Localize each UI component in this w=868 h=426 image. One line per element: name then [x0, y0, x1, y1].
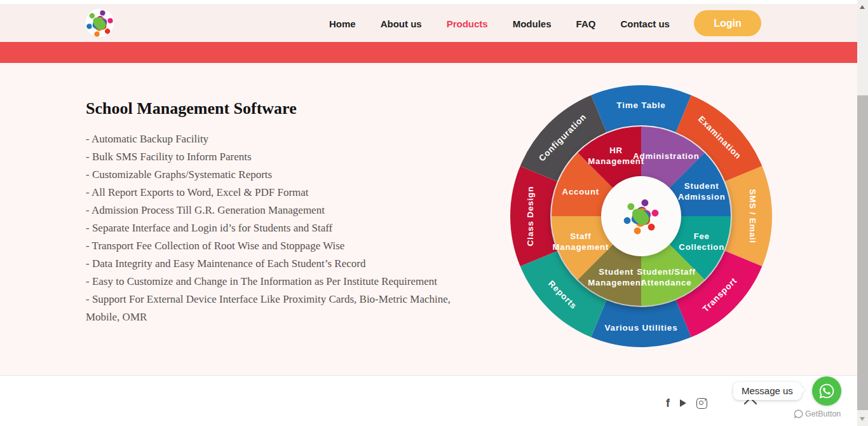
nav-item-products[interactable]: Products [447, 18, 488, 29]
scrollbar-down-arrow[interactable] [860, 417, 865, 421]
youtube-play-icon[interactable] [680, 399, 686, 407]
message-us-tooltip[interactable]: Message us [733, 382, 801, 400]
feature-list: - Automatic Backup Facility - Bulk SMS F… [86, 130, 475, 326]
getbutton-icon [794, 409, 803, 418]
main-section: School Management Software - Automatic B… [0, 63, 857, 375]
social-links: f [666, 397, 707, 409]
facebook-icon[interactable]: f [666, 397, 670, 409]
wheel-outer-label: Time Table [616, 100, 665, 110]
main-nav: Home About us Products Modules FAQ Conta… [329, 5, 670, 42]
feature-item: - Support For External Device Interface … [86, 291, 475, 326]
browser-edge-strip [0, 0, 868, 5]
getbutton-watermark[interactable]: GetButton [794, 409, 858, 418]
scrollbar [857, 0, 868, 426]
site-footer: f Message us GetButton [0, 375, 857, 426]
feature-item: - Easy to Customize and Change in The In… [86, 273, 475, 291]
wheel-inner-label: Account [562, 187, 599, 196]
logo-icon [85, 8, 115, 38]
whatsapp-chat-button[interactable] [812, 376, 841, 406]
feature-item: - Bulk SMS Facility to Inform Parents [86, 148, 475, 166]
wheel-outer-label: SMS / Email [748, 189, 757, 243]
page: Home About us Products Modules FAQ Conta… [0, 0, 868, 426]
whatsapp-icon [818, 383, 835, 399]
login-button[interactable]: Login [694, 10, 761, 36]
nav-item-contact-us[interactable]: Contact us [620, 18, 670, 29]
scrollbar-up-arrow[interactable] [860, 5, 865, 9]
feature-item: - Customizable Graphs/Systematic Reports [86, 166, 475, 184]
nav-item-faq[interactable]: FAQ [576, 18, 596, 29]
scrollbar-thumb[interactable] [857, 95, 868, 410]
page-title: School Management Software [86, 99, 297, 118]
feature-item: - Data Integrity and Easy Maintenance of… [86, 255, 475, 273]
feature-item: - Separate Interface and Login id’s for … [86, 219, 475, 237]
wheel-outer-label: Class Design [526, 186, 535, 246]
feature-item: - Admission Process Till G.R. Generation… [86, 202, 475, 219]
feature-item: - Transport Fee Collection of Root Wise … [86, 237, 475, 255]
nav-item-home[interactable]: Home [329, 18, 356, 29]
feature-item: - Automatic Backup Facility [86, 130, 475, 148]
red-banner [0, 42, 857, 63]
wheel-outer-label: Various Utilities [605, 323, 678, 333]
nav-item-about-us[interactable]: About us [381, 18, 422, 29]
instagram-icon[interactable] [696, 398, 707, 409]
site-header: Home About us Products Modules FAQ Conta… [0, 5, 857, 42]
getbutton-label: GetButton [805, 409, 841, 418]
site-logo[interactable] [85, 8, 115, 38]
nav-item-modules[interactable]: Modules [513, 18, 552, 29]
modules-wheel-diagram: Time TableExaminationSMS / EmailTranspor… [509, 84, 773, 348]
feature-item: - All Report Exports to Word, Excel & PD… [86, 184, 475, 202]
